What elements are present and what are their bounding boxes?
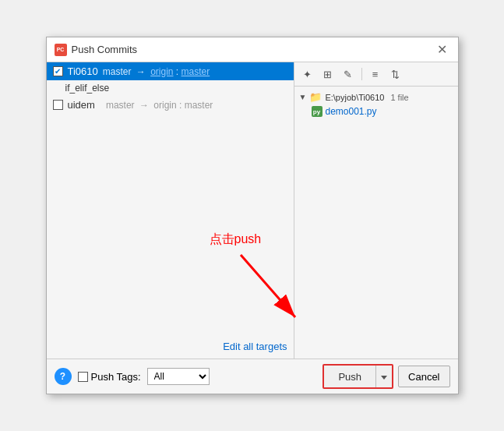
- repo-name-uidem: uidem: [68, 99, 95, 111]
- toolbar-divider: [361, 68, 362, 80]
- left-panel: ✔ Ti0610 master → origin : master if_eli…: [47, 62, 294, 359]
- push-button[interactable]: Push: [324, 366, 375, 387]
- master-link-ti0610[interactable]: master: [182, 66, 210, 77]
- branch-info-uidem: master → origin : master: [106, 100, 213, 111]
- sort-toolbar-btn[interactable]: ⇅: [387, 65, 404, 83]
- folder-path: E:\pyjob\Ti0610: [325, 93, 384, 102]
- titlebar: PC Push Commits ✕: [47, 37, 458, 62]
- cancel-button[interactable]: Cancel: [398, 366, 449, 387]
- chevron-down-icon: [381, 376, 387, 380]
- expand-icon: ▼: [299, 93, 307, 101]
- tags-select[interactable]: All: [147, 368, 210, 385]
- bottom-bar: ? Push Tags: All Push Cancel: [47, 359, 458, 394]
- repo-list: ✔ Ti0610 master → origin : master if_eli…: [47, 62, 294, 199]
- file-tree: ▼ 📁 E:\pyjob\Ti0610 1 file py demo001.py: [294, 87, 458, 359]
- branch-info-ti0610: master → origin : master: [103, 66, 210, 77]
- dialog-title: Push Commits: [72, 44, 138, 55]
- add-toolbar-btn[interactable]: ✦: [299, 65, 316, 83]
- commit-item-if-elif-else: if_elif_else: [47, 80, 294, 96]
- edit-toolbar-btn[interactable]: ✎: [340, 65, 357, 83]
- repo-checkbox-uidem[interactable]: [53, 100, 63, 110]
- push-tags-check[interactable]: [78, 372, 88, 382]
- close-button[interactable]: ✕: [435, 42, 450, 58]
- push-commits-dialog: PC Push Commits ✕ ✔ Ti0610 master →: [46, 37, 459, 394]
- right-panel: ✦ ⊞ ✎ ≡ ⇅ ▼ 📁 E:\pyjob\Ti0610 1 file: [294, 62, 458, 359]
- main-content: ✔ Ti0610 master → origin : master if_eli…: [47, 62, 458, 359]
- grid-toolbar-btn[interactable]: ⊞: [319, 65, 337, 83]
- filter-toolbar-btn[interactable]: ≡: [367, 65, 384, 83]
- repo-checkbox-ti0610[interactable]: ✔: [53, 66, 63, 76]
- push-tags-label: Push Tags:: [91, 371, 141, 383]
- right-toolbar: ✦ ⊞ ✎ ≡ ⇅: [294, 62, 458, 87]
- repo-item-ti0610[interactable]: ✔ Ti0610 master → origin : master: [47, 62, 294, 80]
- origin-link-ti0610[interactable]: origin: [150, 66, 173, 77]
- titlebar-left: PC Push Commits: [55, 44, 138, 56]
- repo-name-ti0610: Ti0610: [68, 65, 98, 77]
- push-btn-group: Push: [322, 364, 393, 389]
- tree-file-demo001[interactable]: py demo001.py: [294, 104, 458, 118]
- file-name: demo001.py: [326, 106, 377, 117]
- help-button[interactable]: ?: [55, 368, 72, 385]
- app-icon: PC: [55, 44, 67, 56]
- push-tags-checkbox[interactable]: Push Tags:: [78, 371, 141, 383]
- bottom-right-buttons: Push Cancel: [322, 364, 449, 389]
- push-dropdown-button[interactable]: [375, 366, 392, 387]
- repo-item-uidem[interactable]: uidem master → origin : master: [47, 96, 294, 114]
- left-spacer: [47, 199, 294, 335]
- python-file-icon: py: [312, 106, 322, 117]
- file-count: 1 file: [390, 93, 408, 102]
- tree-folder: ▼ 📁 E:\pyjob\Ti0610 1 file: [294, 90, 458, 104]
- push-tags-area: ? Push Tags: All: [55, 368, 210, 385]
- edit-all-targets-link[interactable]: Edit all targets: [47, 334, 294, 359]
- folder-icon: 📁: [309, 91, 322, 103]
